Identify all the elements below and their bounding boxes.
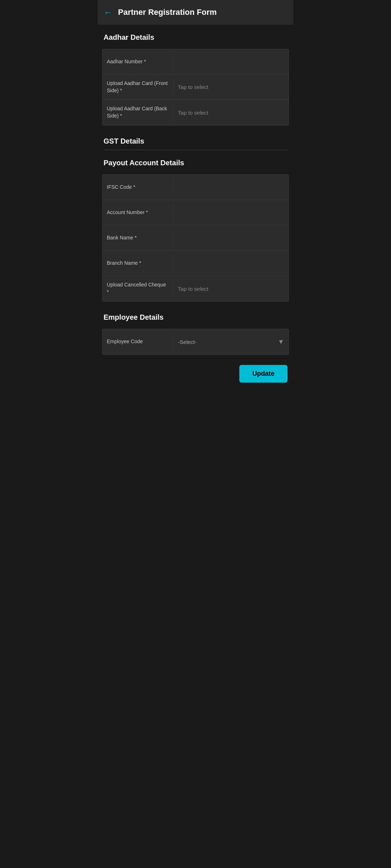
aadhar-back-upload-cell[interactable]: Tap to select (173, 105, 289, 121)
aadhar-number-label: Aadhar Number * (102, 53, 173, 71)
bottom-bar: Update (98, 358, 293, 390)
bank-name-label: Bank Name * (102, 229, 173, 247)
payout-form-table: IFSC Code * Account Number * Bank Name *… (102, 174, 289, 302)
update-button[interactable]: Update (239, 365, 287, 383)
payout-section-heading: Payout Account Details (98, 150, 293, 171)
aadhar-number-row: Aadhar Number * (102, 49, 289, 75)
employee-section: Employee Details Employee Code -Select- … (98, 305, 293, 355)
aadhar-back-label: Upload Aadhar Card (Back Side) * (102, 100, 173, 124)
ifsc-code-label: IFSC Code * (102, 179, 173, 196)
cancelled-cheque-row: Upload Cancelled Cheque * Tap to select (102, 276, 289, 301)
ifsc-code-input-cell[interactable] (173, 179, 289, 195)
employee-section-heading: Employee Details (98, 305, 293, 326)
account-number-row: Account Number * (102, 200, 289, 225)
page-title: Partner Registration Form (118, 8, 217, 17)
employee-form-table: Employee Code -Select- ▼ (102, 329, 289, 355)
header: ← Partner Registration Form (98, 0, 293, 25)
aadhar-back-tap-label[interactable]: Tap to select (178, 110, 208, 116)
account-number-input[interactable] (178, 209, 284, 216)
ifsc-code-row: IFSC Code * (102, 175, 289, 200)
aadhar-number-input-cell[interactable] (173, 54, 289, 70)
account-number-input-cell[interactable] (173, 204, 289, 221)
employee-code-select-cell[interactable]: -Select- ▼ (173, 333, 289, 351)
back-button[interactable]: ← (104, 7, 112, 17)
employee-code-select-wrapper[interactable]: -Select- ▼ (178, 338, 284, 346)
cancelled-cheque-label: Upload Cancelled Cheque * (102, 276, 173, 301)
branch-name-row: Branch Name * (102, 251, 289, 276)
branch-name-input-cell[interactable] (173, 255, 289, 271)
ifsc-code-input[interactable] (178, 184, 284, 190)
account-number-label: Account Number * (102, 204, 173, 221)
employee-code-select-value: -Select- (178, 339, 197, 345)
employee-code-row: Employee Code -Select- ▼ (102, 329, 289, 354)
aadhar-number-input[interactable] (178, 59, 284, 65)
aadhar-front-label: Upload Aadhar Card (Front Side) * (102, 75, 173, 99)
aadhar-front-upload-cell[interactable]: Tap to select (173, 79, 289, 95)
aadhar-front-tap-label[interactable]: Tap to select (178, 84, 208, 90)
bank-name-input-cell[interactable] (173, 230, 289, 246)
bank-name-input[interactable] (178, 235, 284, 241)
aadhar-form-table: Aadhar Number * Upload Aadhar Card (Fron… (102, 49, 289, 125)
cancelled-cheque-upload-cell[interactable]: Tap to select (173, 281, 289, 297)
gst-section-heading: GST Details (98, 128, 293, 150)
branch-name-input[interactable] (178, 260, 284, 266)
aadhar-section-heading: Aadhar Details (98, 25, 293, 46)
bank-name-row: Bank Name * (102, 225, 289, 251)
cancelled-cheque-tap-label[interactable]: Tap to select (178, 286, 208, 292)
employee-code-label: Employee Code (102, 333, 173, 350)
branch-name-label: Branch Name * (102, 255, 173, 272)
aadhar-back-row: Upload Aadhar Card (Back Side) * Tap to … (102, 100, 289, 125)
chevron-down-icon: ▼ (278, 338, 284, 346)
aadhar-front-row: Upload Aadhar Card (Front Side) * Tap to… (102, 75, 289, 100)
